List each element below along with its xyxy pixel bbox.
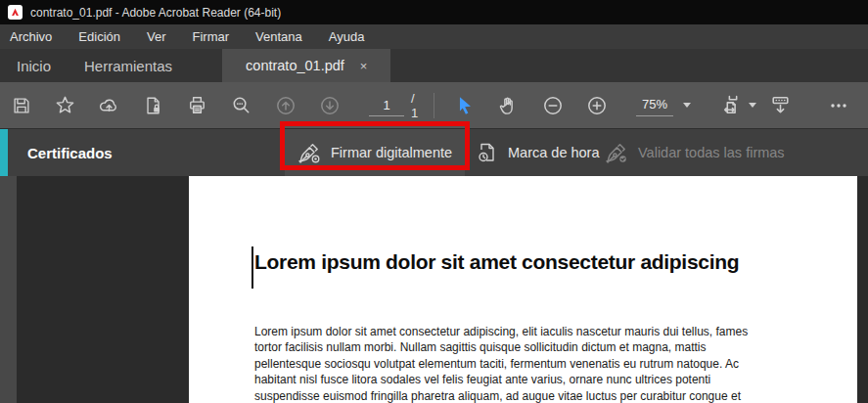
validate-pen-check-icon — [605, 141, 629, 165]
marca-de-hora-label: Marca de hora — [508, 145, 600, 160]
previous-page-icon — [271, 91, 299, 119]
menu-bar: Archivo Edición Ver Firmar Ventana Ayuda — [0, 24, 868, 49]
tab-document-label: contrato_01.pdf — [246, 58, 344, 73]
title-bar: contrato_01.pdf - Adobe Acrobat Reader (… — [0, 0, 868, 24]
sign-pen-nib-icon — [297, 141, 322, 165]
pdf-page[interactable]: Lorem ipsum dolor sit amet consectetur a… — [189, 176, 857, 403]
tab-inicio[interactable]: Inicio — [0, 49, 68, 82]
window-title: contrato_01.pdf - Adobe Acrobat Reader (… — [30, 6, 281, 20]
tab-document[interactable]: contrato_01.pdf × — [222, 49, 390, 82]
validar-todas-las-firmas-button: Validar todas las firmas — [605, 129, 785, 176]
hand-pan-icon[interactable] — [494, 91, 523, 119]
zoom-out-icon[interactable] — [538, 91, 567, 119]
firmar-digitalmente-label: Firmar digitalmente — [331, 145, 452, 160]
more-tools-icon[interactable] — [824, 91, 852, 119]
selection-arrow-icon[interactable] — [450, 91, 479, 119]
print-icon[interactable] — [183, 91, 211, 119]
menu-firmar[interactable]: Firmar — [193, 29, 230, 44]
firmar-digitalmente-button[interactable]: Firmar digitalmente — [285, 129, 465, 176]
save-icon[interactable] — [7, 91, 35, 119]
star-favorites-icon[interactable] — [51, 91, 79, 119]
fit-width-select[interactable] — [720, 93, 756, 117]
tab-bar: Inicio Herramientas contrato_01.pdf × — [0, 49, 868, 82]
validar-todas-las-firmas-label: Validar todas las firmas — [638, 145, 785, 160]
zoom-level-select[interactable]: 75% — [636, 95, 691, 116]
next-page-icon — [315, 91, 343, 119]
fit-width-icon — [720, 93, 745, 117]
menu-archivo[interactable]: Archivo — [10, 29, 52, 44]
cloud-upload-icon[interactable] — [95, 91, 123, 119]
panel-accent-bar — [0, 129, 8, 176]
document-viewport: Lorem ipsum dolor sit amet consectetur a… — [0, 176, 868, 403]
certificados-toolbar: Certificados Firmar digitalmente Marca d… — [0, 128, 868, 176]
scrolling-mode-icon[interactable] — [766, 91, 795, 119]
timestamp-page-clock-icon — [476, 141, 499, 164]
page-lock-icon[interactable] — [139, 91, 167, 119]
adobe-reader-icon — [8, 5, 23, 20]
menu-ver[interactable]: Ver — [147, 29, 166, 44]
acrobat-reader-window: contrato_01.pdf - Adobe Acrobat Reader (… — [0, 0, 868, 403]
toolbar-separator — [434, 93, 434, 118]
page-count-label: / 1 — [411, 91, 418, 120]
navigation-pane-strip[interactable] — [0, 176, 17, 403]
panel-title: Certificados — [27, 129, 113, 176]
chevron-down-icon — [749, 103, 756, 108]
page-number-input[interactable] — [369, 95, 404, 116]
search-icon[interactable] — [227, 91, 255, 119]
zoom-in-icon[interactable] — [582, 91, 611, 119]
zoom-level-value: 75% — [636, 95, 673, 116]
menu-ventana[interactable]: Ventana — [255, 29, 302, 44]
document-paragraph: Lorem ipsum dolor sit amet consectetur a… — [254, 324, 842, 403]
menu-edicion[interactable]: Edición — [78, 29, 120, 44]
close-tab-icon[interactable]: × — [360, 60, 368, 72]
main-toolbar: / 1 75% — [0, 82, 868, 128]
tab-herramientas[interactable]: Herramientas — [68, 49, 189, 82]
chevron-down-icon — [683, 103, 691, 108]
menu-ayuda[interactable]: Ayuda — [329, 29, 365, 44]
marca-de-hora-button[interactable]: Marca de hora — [476, 129, 600, 176]
document-heading: Lorem ipsum dolor sit amet consectetur a… — [254, 250, 739, 274]
text-cursor — [251, 246, 253, 289]
